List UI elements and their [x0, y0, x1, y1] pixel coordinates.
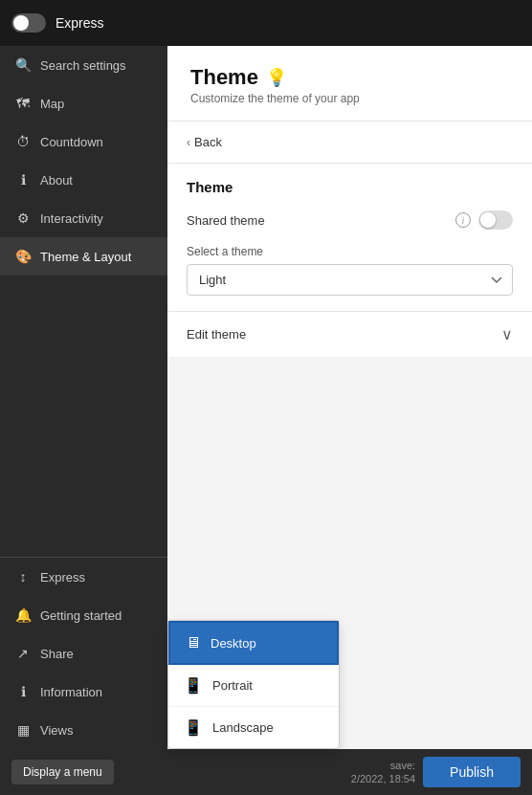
sidebar-item-express[interactable]: ↕ Express — [0, 558, 167, 596]
toggle-row: i — [455, 210, 513, 230]
autosave-info: save: 2/2022, 18:54 — [351, 759, 415, 786]
sidebar-item-label: Theme & Layout — [40, 250, 131, 264]
content-title: Theme 💡 — [190, 65, 509, 90]
theme-section: Theme Shared theme i Select a theme — [167, 164, 532, 311]
shared-theme-toggle[interactable] — [478, 210, 513, 230]
display-menu-button[interactable]: Display a menu — [11, 760, 114, 784]
sidebar-item-label: Views — [40, 723, 73, 738]
dropdown-item-label: Desktop — [211, 636, 256, 651]
sidebar-item-search[interactable]: 🔍 Search settings — [0, 46, 167, 84]
dropdown-item-landscape[interactable]: 📱 Landscape — [168, 707, 339, 748]
shared-theme-text: Shared theme — [187, 213, 265, 228]
sidebar-bottom: ↕ Express 🔔 Getting started ↗ Share ℹ In… — [0, 557, 167, 749]
autosave-line2: 2/2022, 18:54 — [351, 772, 415, 785]
express-toggle[interactable] — [11, 13, 46, 33]
portrait-icon: 📱 — [184, 676, 203, 695]
theme-panel: ‹ Back Theme Shared theme i — [167, 121, 532, 357]
back-label: Back — [194, 135, 222, 149]
theme-icon: 🎨 — [15, 249, 31, 264]
sidebar-item-share[interactable]: ↗ Share — [0, 634, 167, 673]
content-header: Theme 💡 Customize the theme of your app — [167, 46, 532, 121]
sidebar-item-label: Interactivity — [40, 211, 103, 226]
views-icon: ▦ — [15, 722, 31, 738]
sidebar-item-label: Express — [40, 570, 85, 585]
app-title: Express — [55, 15, 104, 31]
sidebar-item-label: Map — [40, 97, 64, 111]
page-title: Theme — [190, 65, 258, 90]
information-icon: ℹ — [15, 684, 31, 699]
bulb-icon: 💡 — [266, 67, 287, 88]
publish-button[interactable]: Publish — [423, 757, 521, 787]
sidebar-item-interactivity[interactable]: ⚙ Interactivity — [0, 199, 167, 237]
shared-theme-label: Shared theme — [187, 213, 265, 228]
theme-section-title: Theme — [187, 179, 513, 195]
chevron-down-icon: ∨ — [501, 325, 513, 343]
toggle-knob — [13, 15, 29, 31]
content-subtitle: Customize the theme of your app — [190, 92, 509, 105]
edit-theme-row[interactable]: Edit theme ∨ — [167, 311, 532, 357]
dropdown-item-desktop[interactable]: 🖥 Desktop — [168, 621, 339, 665]
bottom-bar: Display a menu 🖥 Desktop 📱 Portrait 📱 La… — [0, 749, 532, 795]
sidebar-item-theme-layout[interactable]: 🎨 Theme & Layout — [0, 237, 167, 276]
sidebar-item-label: Share — [40, 647, 74, 661]
sidebar-item-label: Search settings — [40, 58, 126, 73]
sidebar-item-information[interactable]: ℹ Information — [0, 673, 167, 711]
search-icon: 🔍 — [15, 57, 31, 73]
dropdown-item-portrait[interactable]: 📱 Portrait — [168, 665, 339, 707]
view-mode-dropdown: 🖥 Desktop 📱 Portrait 📱 Landscape — [167, 620, 340, 749]
back-chevron-icon: ‹ — [187, 136, 190, 149]
sidebar-item-map[interactable]: 🗺 Map — [0, 84, 167, 122]
sidebar: 🔍 Search settings 🗺 Map ⏱ Countdown ℹ Ab… — [0, 46, 167, 749]
shared-theme-info-icon[interactable]: i — [455, 212, 471, 228]
toggle-knob — [480, 212, 496, 228]
interactivity-icon: ⚙ — [15, 210, 31, 226]
sidebar-item-label: About — [40, 173, 73, 188]
desktop-icon: 🖥 — [186, 634, 201, 651]
select-theme-label: Select a theme — [187, 245, 513, 258]
share-icon: ↗ — [15, 646, 31, 661]
dropdown-item-label: Landscape — [212, 720, 274, 735]
about-icon: ℹ — [15, 172, 31, 188]
sidebar-item-getting-started[interactable]: 🔔 Getting started — [0, 596, 167, 634]
sidebar-item-label: Countdown — [40, 135, 103, 149]
edit-theme-label: Edit theme — [187, 327, 246, 342]
map-icon: 🗺 — [15, 96, 31, 111]
sidebar-item-about[interactable]: ℹ About — [0, 161, 167, 199]
sidebar-item-label: Getting started — [40, 608, 122, 623]
autosave-line1: save: — [351, 759, 415, 772]
back-button[interactable]: ‹ Back — [167, 121, 532, 164]
top-bar: Express — [0, 0, 532, 46]
sidebar-item-views[interactable]: ▦ Views — [0, 711, 167, 749]
dropdown-item-label: Portrait — [212, 678, 253, 693]
getting-started-icon: 🔔 — [15, 607, 31, 623]
sidebar-item-label: Information — [40, 685, 102, 699]
landscape-icon: 📱 — [184, 718, 203, 737]
countdown-icon: ⏱ — [15, 134, 31, 149]
theme-select[interactable]: Light Dark Custom — [187, 264, 513, 296]
bottom-right-actions: save: 2/2022, 18:54 Publish — [351, 757, 521, 787]
express-icon: ↕ — [15, 569, 31, 585]
sidebar-item-countdown[interactable]: ⏱ Countdown — [0, 122, 167, 161]
shared-theme-row: Shared theme i — [187, 210, 513, 230]
